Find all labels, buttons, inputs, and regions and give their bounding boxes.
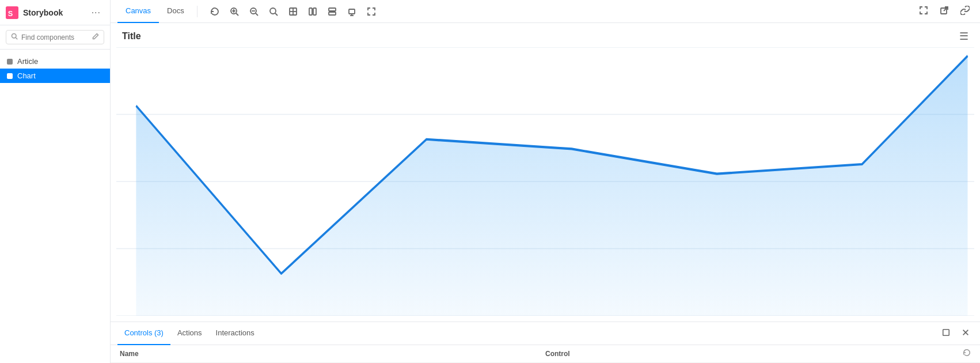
grid3-icon: [328, 7, 337, 16]
svg-line-12: [275, 13, 278, 16]
link-icon: [960, 6, 970, 15]
search-wrapper: [6, 30, 104, 44]
bottom-tab-right-actions: [939, 327, 973, 340]
zoom-out-button[interactable]: [246, 5, 262, 18]
sidebar-item-article[interactable]: Article: [0, 54, 110, 69]
sidebar-item-chart-label: Chart: [17, 71, 36, 80]
canvas-title: Title: [122, 31, 141, 41]
canvas-area: Title ☰ 160 120 80 40: [111, 23, 980, 322]
bottom-panel-close-button[interactable]: [958, 327, 973, 340]
svg-rect-18: [329, 8, 336, 11]
tab-docs-label: Docs: [167, 6, 184, 15]
chart-area-fill: [136, 56, 967, 316]
canvas-menu-button[interactable]: ☰: [959, 30, 968, 43]
tab-docs[interactable]: Docs: [159, 0, 192, 23]
tab-controls-label: Controls (3): [124, 328, 164, 337]
sidebar-header: S Storybook ···: [0, 0, 110, 25]
reload-button[interactable]: [207, 5, 223, 18]
toolbar-actions: [207, 5, 379, 18]
viewport-button[interactable]: [344, 5, 360, 18]
toolbar-right: [916, 3, 973, 20]
svg-line-24: [944, 7, 948, 11]
tab-controls[interactable]: Controls (3): [117, 322, 170, 345]
sidebar-brand: S Storybook: [6, 6, 63, 19]
sidebar-search-area: [0, 25, 110, 50]
area-chart: 160 120 80 40 0: [116, 47, 974, 316]
svg-line-9: [256, 13, 258, 16]
toolbar-right-fullscreen-button[interactable]: [916, 3, 932, 20]
expand-icon: [942, 328, 950, 336]
svg-rect-42: [943, 330, 949, 336]
svg-point-11: [270, 8, 276, 14]
grid3-button[interactable]: [324, 5, 340, 18]
search-input[interactable]: [21, 33, 89, 41]
sidebar-item-chart[interactable]: Chart: [0, 69, 110, 83]
grid2-button[interactable]: [305, 5, 321, 18]
chart-icon: [7, 73, 13, 79]
close-icon: [962, 328, 970, 336]
svg-rect-20: [349, 9, 355, 14]
bottom-panel: Controls (3) Actions Interactions: [111, 322, 980, 363]
article-icon: [7, 59, 13, 65]
reset-icon: [963, 349, 971, 357]
fullscreen-toolbar-button[interactable]: [363, 5, 379, 18]
sidebar-nav: Article Chart: [0, 50, 110, 363]
toolbar-new-window-button[interactable]: [936, 3, 952, 20]
fullscreen-icon: [919, 6, 928, 15]
reset-controls-button[interactable]: [963, 349, 971, 358]
fullscreen-toolbar-icon: [367, 7, 376, 16]
zoom-in-button[interactable]: [226, 5, 242, 18]
storybook-logo-icon: S: [6, 6, 18, 19]
bottom-header-row: Name Control: [111, 345, 980, 363]
search-edit-button[interactable]: [92, 33, 99, 41]
sidebar-more-button[interactable]: ···: [88, 5, 104, 20]
search-icon: [11, 33, 18, 41]
tab-actions[interactable]: Actions: [170, 322, 209, 345]
svg-rect-17: [313, 8, 316, 15]
chart-wrapper: 160 120 80 40 0: [111, 47, 980, 322]
tab-canvas[interactable]: Canvas: [117, 0, 159, 23]
sidebar-item-article-label: Article: [17, 57, 38, 66]
more-icon: ···: [92, 7, 101, 17]
app-container: S Storybook ···: [0, 0, 980, 363]
canvas-header: Title ☰: [111, 23, 980, 47]
zoom-reset-button[interactable]: [265, 5, 282, 18]
zoom-out-icon: [249, 7, 259, 16]
svg-line-5: [236, 13, 238, 16]
main-content: Canvas Docs: [111, 0, 980, 363]
toolbar-link-button[interactable]: [957, 3, 973, 20]
toolbar-divider: [197, 6, 197, 17]
viewport-icon: [347, 7, 356, 16]
svg-rect-19: [329, 12, 336, 15]
svg-text:S: S: [8, 9, 13, 17]
grid1-icon: [288, 7, 298, 16]
zoom-in-icon: [230, 7, 239, 16]
reload-icon: [210, 7, 219, 16]
tab-actions-label: Actions: [177, 328, 202, 337]
hamburger-icon: ☰: [959, 31, 968, 42]
new-window-icon: [940, 6, 949, 15]
sidebar: S Storybook ···: [0, 0, 111, 363]
tab-interactions[interactable]: Interactions: [209, 322, 261, 345]
bottom-tabs-bar: Controls (3) Actions Interactions: [111, 322, 980, 345]
svg-point-2: [12, 34, 17, 39]
column-header-control: Control: [545, 350, 570, 358]
grid2-icon: [308, 7, 317, 16]
grid1-button[interactable]: [285, 5, 301, 18]
toolbar: Canvas Docs: [111, 0, 980, 23]
zoom-reset-icon: [269, 7, 278, 16]
tab-canvas-label: Canvas: [126, 6, 151, 15]
app-title: Storybook: [23, 8, 63, 17]
bottom-panel-expand-button[interactable]: [939, 327, 954, 340]
svg-rect-16: [309, 8, 312, 15]
column-header-name: Name: [120, 350, 545, 358]
tab-interactions-label: Interactions: [216, 328, 255, 337]
svg-line-3: [16, 37, 17, 39]
